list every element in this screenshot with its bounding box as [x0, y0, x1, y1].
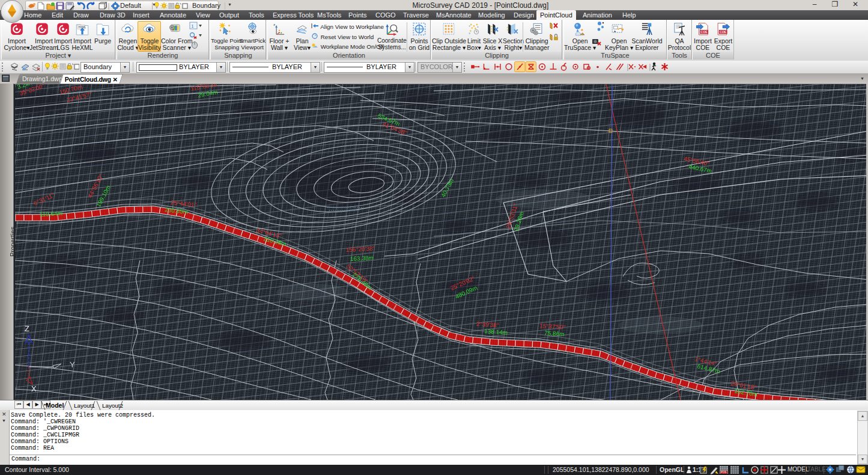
svg-text:119.64m: 119.64m	[40, 210, 63, 218]
svg-text:z: z	[273, 23, 275, 26]
svg-text:Y: Y	[70, 360, 75, 369]
svg-text:COE: COE	[700, 30, 708, 34]
svg-text:COE: COE	[720, 30, 727, 34]
svg-text:Model: Model	[46, 402, 64, 409]
svg-text:75.86m: 75.86m	[544, 329, 565, 337]
svg-text:163.38m: 163.38m	[350, 254, 374, 262]
svg-text:Z: Z	[25, 324, 29, 333]
svg-text:Layout2: Layout2	[102, 402, 123, 409]
svg-text:Layout1: Layout1	[74, 402, 95, 409]
svg-text:X: X	[31, 384, 37, 393]
svg-text:POS: POS	[721, 471, 727, 474]
svg-text:1: 1	[192, 24, 194, 28]
